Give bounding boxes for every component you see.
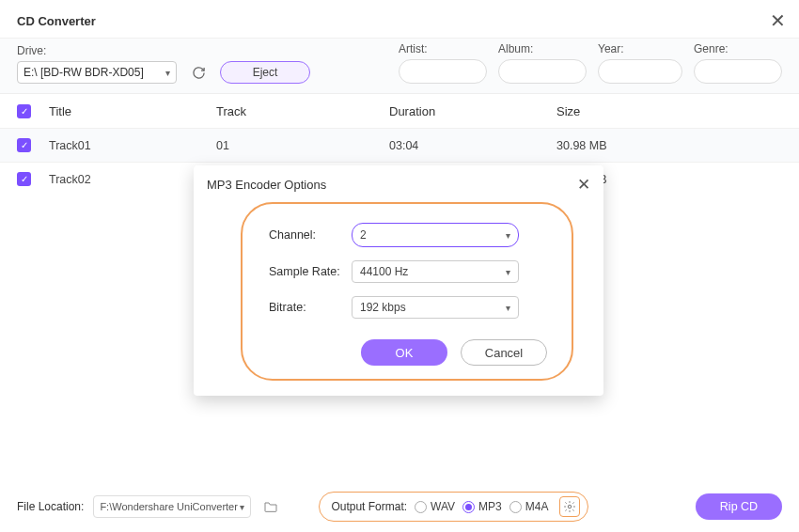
year-label: Year: xyxy=(598,42,682,55)
filters-bar: Drive: E:\ [BD-RW BDR-XD05] ▾ Eject Arti… xyxy=(0,39,799,94)
format-m4a-label: M4A xyxy=(525,500,549,513)
eject-button[interactable]: Eject xyxy=(220,61,310,84)
cell-title: Track02 xyxy=(49,173,216,186)
format-wav-radio[interactable]: WAV xyxy=(415,500,455,513)
format-m4a-radio[interactable]: M4A xyxy=(509,500,549,513)
channel-label: Channel: xyxy=(269,228,352,242)
rip-cd-button[interactable]: Rip CD xyxy=(696,493,782,520)
channel-value: 2 xyxy=(360,228,367,242)
output-format-group: Output Format: WAV MP3 M4A xyxy=(319,492,588,522)
select-all-checkbox[interactable]: ✓ xyxy=(17,104,31,118)
sample-rate-label: Sample Rate: xyxy=(269,265,352,278)
radio-icon xyxy=(462,501,475,513)
row-checkbox[interactable]: ✓ xyxy=(17,172,31,186)
chevron-down-icon: ▾ xyxy=(506,230,510,241)
encoder-options-dialog: MP3 Encoder Options ✕ Channel: 2 ▾ Sampl… xyxy=(194,165,603,396)
window-title: CD Converter xyxy=(17,14,96,28)
radio-icon xyxy=(415,501,427,513)
dialog-close-icon[interactable]: ✕ xyxy=(577,175,590,195)
folder-icon[interactable] xyxy=(260,497,281,516)
dialog-title: MP3 Encoder Options xyxy=(207,178,326,192)
chevron-down-icon: ▾ xyxy=(506,267,510,277)
col-duration: Duration xyxy=(389,104,556,118)
artist-label: Artist: xyxy=(399,42,487,55)
cell-title: Track01 xyxy=(49,139,216,152)
file-location-label: File Location: xyxy=(17,500,84,513)
genre-input[interactable] xyxy=(694,59,782,84)
cancel-button[interactable]: Cancel xyxy=(461,339,547,366)
cell-duration: 03:04 xyxy=(389,139,556,152)
drive-value: E:\ [BD-RW BDR-XD05] xyxy=(24,66,144,79)
format-mp3-radio[interactable]: MP3 xyxy=(462,500,502,513)
close-icon[interactable]: ✕ xyxy=(770,9,786,32)
channel-select[interactable]: 2 ▾ xyxy=(352,223,519,247)
output-format-label: Output Format: xyxy=(331,500,407,513)
ok-button[interactable]: OK xyxy=(361,339,447,366)
format-wav-label: WAV xyxy=(431,500,455,513)
col-track: Track xyxy=(216,104,389,118)
col-title: Title xyxy=(49,104,216,118)
refresh-icon[interactable] xyxy=(188,62,209,83)
file-location-value: F:\Wondershare UniConverter xyxy=(100,501,238,512)
drive-select[interactable]: E:\ [BD-RW BDR-XD05] ▾ xyxy=(17,61,177,84)
svg-point-0 xyxy=(569,505,572,509)
row-checkbox[interactable]: ✓ xyxy=(17,138,31,152)
table-header: ✓ Title Track Duration Size xyxy=(0,94,799,128)
table-row[interactable]: ✓ Track01 01 03:04 30.98 MB xyxy=(0,128,799,162)
col-size: Size xyxy=(556,104,782,118)
album-label: Album: xyxy=(498,42,587,55)
radio-icon xyxy=(509,501,522,513)
year-input[interactable] xyxy=(598,59,682,84)
sample-rate-value: 44100 Hz xyxy=(360,265,408,278)
window-header: CD Converter ✕ xyxy=(0,0,799,39)
cell-size: 30.98 MB xyxy=(556,139,782,152)
bitrate-value: 192 kbps xyxy=(360,301,406,314)
chevron-down-icon: ▾ xyxy=(506,303,510,313)
album-input[interactable] xyxy=(498,59,587,84)
cell-track: 01 xyxy=(216,139,389,152)
bitrate-select[interactable]: 192 kbps ▾ xyxy=(352,296,519,319)
sample-rate-select[interactable]: 44100 Hz ▾ xyxy=(352,260,519,283)
chevron-down-icon: ▾ xyxy=(240,502,244,512)
format-mp3-label: MP3 xyxy=(478,500,502,513)
bitrate-label: Bitrate: xyxy=(269,301,352,314)
chevron-down-icon: ▾ xyxy=(165,68,170,78)
genre-label: Genre: xyxy=(694,42,782,55)
settings-icon[interactable] xyxy=(559,496,580,517)
drive-label: Drive: xyxy=(17,44,177,57)
artist-input[interactable] xyxy=(399,59,487,84)
file-location-select[interactable]: F:\Wondershare UniConverter ▾ xyxy=(93,495,251,518)
bottom-bar: File Location: F:\Wondershare UniConvert… xyxy=(0,481,799,532)
